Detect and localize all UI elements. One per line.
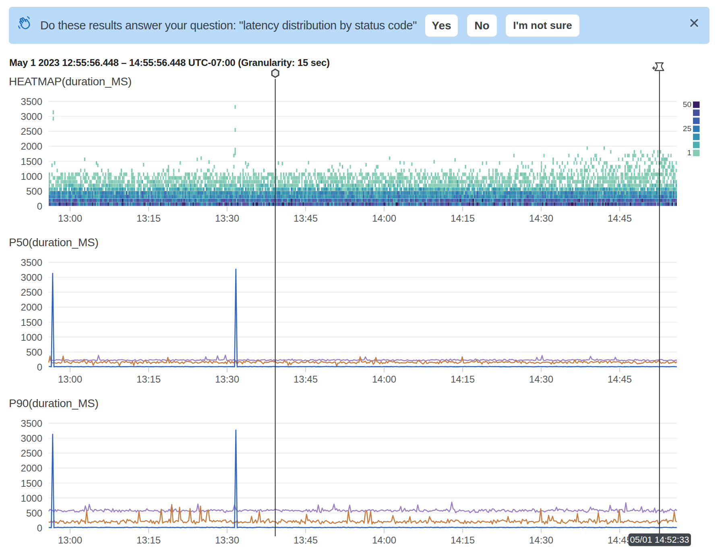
svg-text:13:45: 13:45 [294,535,318,546]
svg-text:14:00: 14:00 [372,535,396,546]
svg-text:HEATMAP(duration_MS): HEATMAP(duration_MS) [9,75,132,88]
svg-text:2000: 2000 [21,463,42,474]
svg-text:05/01 14:52:33: 05/01 14:52:33 [630,535,689,545]
svg-text:14:45: 14:45 [608,535,632,546]
svg-text:25: 25 [683,124,691,133]
svg-text:P90(duration_MS): P90(duration_MS) [9,397,98,410]
svg-text:14:00: 14:00 [372,213,396,224]
svg-text:1500: 1500 [21,317,42,328]
svg-text:13:45: 13:45 [294,374,318,385]
svg-text:13:15: 13:15 [136,213,161,224]
svg-text:13:00: 13:00 [58,213,82,224]
svg-text:1: 1 [687,148,691,157]
svg-text:0: 0 [37,362,42,373]
svg-text:13:00: 13:00 [58,374,82,385]
svg-text:14:30: 14:30 [529,213,553,224]
svg-text:3000: 3000 [21,272,42,283]
svg-text:3500: 3500 [21,96,42,107]
svg-text:13:00: 13:00 [58,535,82,546]
svg-text:13:45: 13:45 [294,213,318,224]
svg-text:500: 500 [26,347,42,358]
svg-text:2500: 2500 [21,126,42,137]
svg-text:13:30: 13:30 [215,213,239,224]
svg-text:1000: 1000 [21,493,42,504]
svg-text:1000: 1000 [21,332,42,343]
svg-text:P50(duration_MS): P50(duration_MS) [9,236,98,249]
svg-text:1500: 1500 [21,478,42,489]
svg-text:500: 500 [26,186,42,197]
svg-text:May 1 2023 12:55:56.448 – 14:5: May 1 2023 12:55:56.448 – 14:55:56.448 U… [9,57,330,68]
svg-text:14:30: 14:30 [529,535,553,546]
svg-text:13:30: 13:30 [215,535,239,546]
svg-text:14:30: 14:30 [529,374,553,385]
svg-text:3500: 3500 [21,257,42,268]
svg-text:14:00: 14:00 [372,374,396,385]
svg-text:14:15: 14:15 [451,535,475,546]
svg-text:14:15: 14:15 [451,374,475,385]
svg-text:1500: 1500 [21,156,42,167]
svg-text:13:30: 13:30 [215,374,239,385]
svg-text:2500: 2500 [21,448,42,459]
svg-text:2000: 2000 [21,302,42,313]
svg-text:50: 50 [683,100,691,109]
svg-text:3000: 3000 [21,433,42,444]
svg-text:13:15: 13:15 [136,374,161,385]
svg-text:0: 0 [37,523,42,533]
svg-text:2000: 2000 [21,141,42,152]
svg-text:3500: 3500 [21,418,42,429]
svg-text:14:45: 14:45 [608,374,632,385]
svg-text:500: 500 [26,508,42,519]
svg-text:1000: 1000 [21,171,42,182]
svg-text:2500: 2500 [21,287,42,298]
svg-text:0: 0 [37,201,42,212]
svg-text:14:15: 14:15 [451,213,475,224]
svg-text:3000: 3000 [21,111,42,122]
svg-text:14:45: 14:45 [608,213,632,224]
svg-text:13:15: 13:15 [136,535,161,546]
